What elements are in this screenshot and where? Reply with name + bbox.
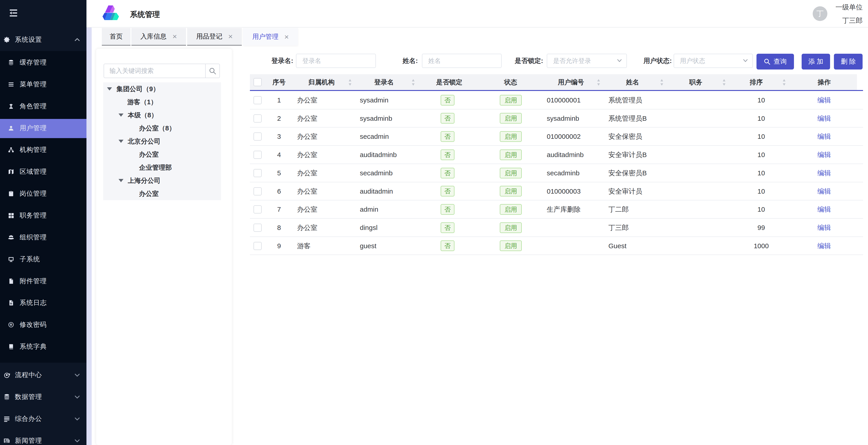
svg-text:R: R	[10, 323, 12, 326]
